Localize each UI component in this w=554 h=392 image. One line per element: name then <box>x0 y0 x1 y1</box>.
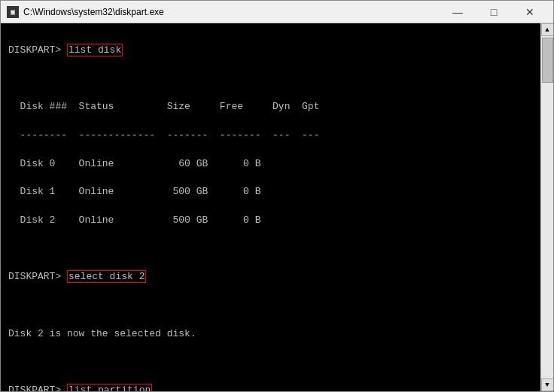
line-select-disk-result: Disk 2 is now the selected disk. <box>8 327 533 342</box>
minimize-button[interactable]: — <box>440 1 475 23</box>
titlebar-controls: — □ ✕ <box>440 1 547 23</box>
line-2: DISKPART> select disk 2 <box>8 270 533 284</box>
line-3: DISKPART> list partition <box>8 384 533 391</box>
line-blank-4 <box>8 355 533 369</box>
line-disk2: Disk 2 Online 500 GB 0 B <box>8 214 533 228</box>
line-disk0: Disk 0 Online 60 GB 0 B <box>8 157 533 172</box>
scrollbar: ▲ ▼ <box>540 23 553 391</box>
prompt: DISKPART> <box>8 44 67 56</box>
line-blank-3 <box>8 299 533 313</box>
line-disk1: Disk 1 Online 500 GB 0 B <box>8 185 533 199</box>
prompt-3: DISKPART> <box>8 384 67 391</box>
terminal-wrapper: DISKPART> list disk Disk ### Status Size… <box>1 23 553 391</box>
command-highlight-3: list partition <box>67 384 152 391</box>
line-header-1: Disk ### Status Size Free Dyn Gpt <box>8 100 533 114</box>
line-1: DISKPART> list disk <box>8 44 533 58</box>
scrollbar-track[interactable] <box>541 36 553 378</box>
command-highlight: list disk <box>67 44 123 56</box>
close-button[interactable]: ✕ <box>513 1 547 23</box>
window: ▣ C:\Windows\system32\diskpart.exe — □ ✕… <box>0 0 554 392</box>
line-blank-2 <box>8 242 533 257</box>
app-icon: ▣ <box>7 6 19 18</box>
titlebar: ▣ C:\Windows\system32\diskpart.exe — □ ✕ <box>1 1 553 23</box>
command-highlight-2: select disk 2 <box>67 270 146 283</box>
scrollbar-thumb[interactable] <box>542 38 553 83</box>
terminal-content[interactable]: DISKPART> list disk Disk ### Status Size… <box>1 23 540 391</box>
maximize-button[interactable]: □ <box>476 1 511 23</box>
window-title: C:\Windows\system32\diskpart.exe <box>23 7 164 17</box>
prompt-2: DISKPART> <box>8 271 67 282</box>
scroll-up-button[interactable]: ▲ <box>541 23 554 36</box>
titlebar-left: ▣ C:\Windows\system32\diskpart.exe <box>7 6 164 18</box>
line-sep-1: -------- ------------- ------- ------- -… <box>8 129 533 143</box>
line-blank-1 <box>8 72 533 87</box>
scroll-down-button[interactable]: ▼ <box>541 378 554 391</box>
